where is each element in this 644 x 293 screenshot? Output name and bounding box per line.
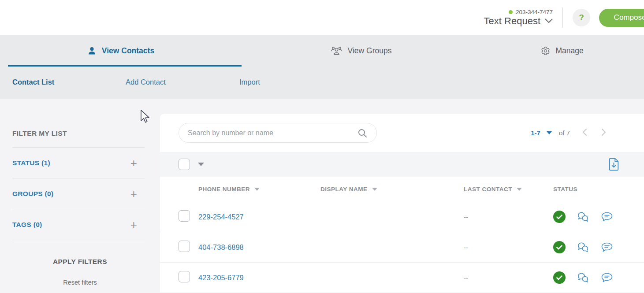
conversation-icon[interactable] <box>577 242 590 252</box>
row-checkbox[interactable] <box>179 210 190 222</box>
table-header-row: PHONE NUMBER DISPLAY NAME LAST CONTACT S… <box>160 177 644 202</box>
header-divider <box>562 7 563 28</box>
message-icon[interactable] <box>601 212 613 222</box>
tab-view-contacts[interactable]: View Contacts <box>0 35 242 67</box>
search-icon[interactable] <box>357 128 368 138</box>
column-phone-number[interactable]: PHONE NUMBER <box>198 186 320 193</box>
select-options-dropdown-icon[interactable] <box>198 163 204 166</box>
tab-view-groups[interactable]: View Groups <box>242 35 480 67</box>
table-row: 423-205-6779 -- <box>160 263 644 293</box>
brand-name: Text Request <box>484 15 540 27</box>
table-row: 229-254-4527 -- <box>160 202 644 232</box>
conversation-icon[interactable] <box>577 211 590 222</box>
compose-button[interactable]: Compose <box>599 9 644 27</box>
account-phone: 203-344-7477 <box>516 9 553 15</box>
person-icon <box>87 46 97 56</box>
page-range[interactable]: 1-7 <box>531 129 540 137</box>
filter-sidebar-title: FILTER MY LIST <box>0 130 160 137</box>
column-label: STATUS <box>553 186 577 193</box>
page-total: of 7 <box>559 129 570 137</box>
pagination: 1-7 of 7 <box>531 128 609 137</box>
account-switcher[interactable]: 203-344-7477 Text Request <box>484 9 553 27</box>
filter-tags-label: TAGS (0) <box>12 221 42 229</box>
filter-groups-label: GROUPS (0) <box>12 190 53 198</box>
plus-icon[interactable]: + <box>130 188 137 200</box>
column-display-name[interactable]: DISPLAY NAME <box>320 186 464 193</box>
group-icon <box>331 46 342 56</box>
contact-phone-link[interactable]: 229-254-4527 <box>198 213 320 221</box>
top-header: 203-344-7477 Text Request ? Compose <box>0 0 644 35</box>
prev-page-button[interactable] <box>580 128 589 137</box>
status-opted-in-icon <box>553 271 566 284</box>
tab-manage[interactable]: Manage <box>480 35 644 67</box>
tab-label: View Groups <box>348 46 392 56</box>
column-status: STATUS <box>553 186 644 193</box>
page-size-dropdown-icon[interactable] <box>547 131 552 134</box>
search-box <box>179 123 377 143</box>
subnav-add-contact[interactable]: Add Contact <box>126 78 166 86</box>
message-icon[interactable] <box>601 273 613 283</box>
help-button[interactable]: ? <box>573 9 590 26</box>
column-label: DISPLAY NAME <box>320 186 368 193</box>
main-tabs: View Contacts View Groups Manage <box>0 35 644 67</box>
status-opted-in-icon <box>553 241 566 253</box>
chevron-down-icon <box>545 19 553 23</box>
gear-icon <box>541 46 550 56</box>
table-row: 404-738-6898 -- <box>160 232 644 263</box>
select-all-checkbox[interactable] <box>179 159 190 170</box>
last-contact-cell: -- <box>464 244 553 251</box>
filter-sidebar: FILTER MY LIST STATUS (1) + GROUPS (0) +… <box>0 99 160 293</box>
divider <box>12 240 145 240</box>
row-checkbox[interactable] <box>179 241 190 252</box>
next-page-button[interactable] <box>599 128 609 137</box>
presence-dot-icon <box>509 10 513 14</box>
sort-icon[interactable] <box>254 188 260 191</box>
search-input[interactable] <box>188 129 357 137</box>
status-opted-in-icon <box>553 211 566 223</box>
apply-filters-button[interactable]: APPLY FILTERS <box>6 258 154 266</box>
contact-list-panel: 1-7 of 7 <box>160 114 644 293</box>
last-contact-cell: -- <box>464 213 553 221</box>
contacts-subnav: Contact List Add Contact Import <box>0 67 644 99</box>
sort-icon[interactable] <box>372 188 377 191</box>
tab-label: Manage <box>555 46 583 56</box>
plus-icon[interactable]: + <box>130 157 137 169</box>
sort-icon[interactable] <box>517 188 522 191</box>
column-label: LAST CONTACT <box>464 186 512 193</box>
message-icon[interactable] <box>601 242 613 252</box>
reset-filters-link[interactable]: Reset filters <box>6 279 154 286</box>
filter-tags[interactable]: TAGS (0) + <box>0 209 160 240</box>
row-checkbox[interactable] <box>179 271 190 282</box>
subnav-import[interactable]: Import <box>239 78 260 86</box>
contact-phone-link[interactable]: 423-205-6779 <box>198 274 320 282</box>
column-label: PHONE NUMBER <box>198 186 250 193</box>
conversation-icon[interactable] <box>577 272 590 283</box>
column-last-contact[interactable]: LAST CONTACT <box>464 186 553 193</box>
bulk-actions-toolbar <box>160 152 644 177</box>
filter-status[interactable]: STATUS (1) + <box>0 148 160 178</box>
contact-phone-link[interactable]: 404-738-6898 <box>198 243 320 252</box>
plus-icon[interactable]: + <box>130 219 137 230</box>
list-controls: 1-7 of 7 <box>160 114 644 152</box>
tab-label: View Contacts <box>102 46 154 56</box>
last-contact-cell: -- <box>464 274 553 282</box>
export-contacts-button[interactable] <box>608 158 619 171</box>
subnav-contact-list[interactable]: Contact List <box>12 78 54 86</box>
filter-groups[interactable]: GROUPS (0) + <box>0 178 160 209</box>
filter-status-label: STATUS (1) <box>12 159 50 167</box>
